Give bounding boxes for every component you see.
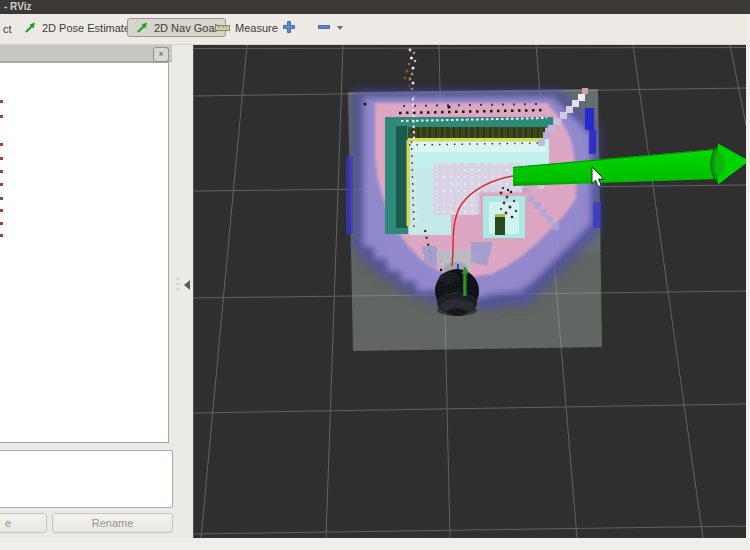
panel-splitter[interactable] [176, 278, 180, 292]
costmap-island [479, 187, 529, 242]
ruler-icon [215, 24, 230, 32]
measure-button[interactable]: Measure [215, 22, 278, 34]
tree-error-tick [0, 170, 3, 173]
green-pose-arrow-icon [24, 21, 37, 34]
render-viewport-3d[interactable] [193, 45, 746, 538]
displays-panel-header[interactable]: x [0, 45, 172, 62]
status-bar [0, 538, 750, 550]
window-right-margin [746, 14, 750, 550]
collapse-panel-arrow-icon[interactable] [184, 280, 190, 290]
tree-error-tick [0, 115, 3, 118]
tree-error-tick [0, 222, 3, 225]
remove-tool-minus-icon [317, 20, 331, 34]
tree-error-tick [0, 143, 3, 146]
add-tool-button[interactable] [282, 20, 296, 34]
window-title: - RViz [4, 1, 31, 12]
tree-error-tick [0, 157, 3, 160]
title-bar[interactable]: - RViz [0, 0, 750, 14]
nav-goal-button[interactable]: 2D Nav Goal [127, 18, 226, 37]
tree-error-tick [0, 197, 3, 200]
displays-tree[interactable] [0, 62, 169, 443]
green-goal-arrow-icon [136, 21, 149, 34]
interact-button-partial[interactable]: ct [3, 23, 12, 35]
add-tool-plus-icon [282, 20, 296, 34]
close-icon: x [159, 49, 163, 58]
dropdown-caret-icon [336, 20, 344, 34]
remove-button[interactable]: e [0, 513, 47, 533]
toolbar: ct 2D Pose Estimate 2D Nav Goal Mea [0, 14, 750, 45]
rviz-window: - RViz ct 2D Pose Estimate 2D Nav Goal [0, 0, 750, 550]
tree-error-tick [0, 183, 3, 186]
measure-label: Measure [235, 22, 278, 34]
tree-error-tick [0, 234, 3, 237]
panel-close-button[interactable]: x [153, 47, 169, 62]
rename-button-label: Rename [92, 517, 134, 529]
scene-3d [194, 45, 747, 538]
display-description-box [0, 450, 173, 508]
pose-estimate-label: 2D Pose Estimate [42, 22, 130, 34]
tree-error-tick [0, 100, 3, 103]
interact-label-tail: ct [3, 23, 12, 35]
remove-tool-button[interactable] [317, 20, 344, 34]
rename-button[interactable]: Rename [52, 513, 173, 533]
remove-button-label-tail: e [5, 517, 11, 529]
tree-error-tick [0, 209, 3, 212]
nav-goal-label: 2D Nav Goal [154, 22, 217, 34]
pose-estimate-button[interactable]: 2D Pose Estimate [24, 21, 130, 34]
